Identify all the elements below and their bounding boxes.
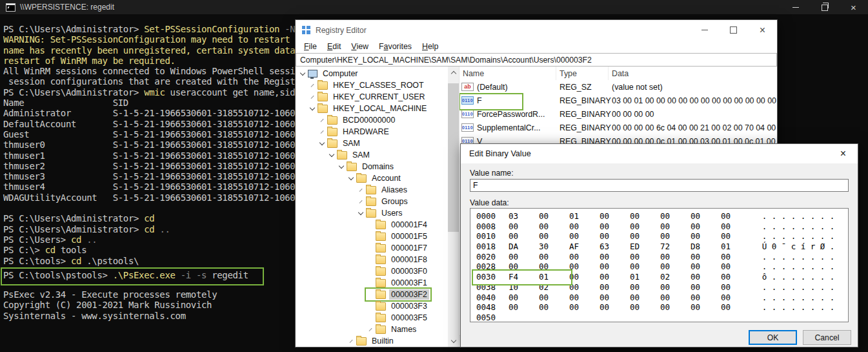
cancel-button[interactable]: Cancel	[803, 330, 851, 345]
hex-byte[interactable]: 00	[660, 262, 691, 272]
chevron-down-icon[interactable]	[337, 165, 345, 168]
column-header-type[interactable]: Type	[556, 67, 609, 80]
tree-item-Names[interactable]: Names	[296, 324, 448, 335]
chevron-right-icon[interactable]	[308, 97, 316, 98]
hex-byte[interactable]: 00	[539, 211, 569, 222]
tree-item-000003F2[interactable]: 000003F2	[296, 289, 448, 300]
hex-byte[interactable]: 00	[721, 293, 751, 303]
hex-byte[interactable]: 00	[600, 282, 630, 293]
hex-byte[interactable]: 00	[691, 222, 721, 232]
hex-byte[interactable]: 00	[691, 262, 721, 272]
hex-byte[interactable]: 00	[569, 252, 600, 262]
ok-button[interactable]: OK	[749, 330, 797, 345]
chevron-down-icon[interactable]	[318, 142, 326, 145]
hex-byte[interactable]: 00	[691, 302, 721, 313]
hex-byte[interactable]: 00	[721, 222, 751, 232]
hex-byte[interactable]: 00	[539, 222, 569, 232]
hex-byte[interactable]: 63	[600, 242, 630, 252]
hex-byte[interactable]: 00	[569, 231, 600, 242]
tree-item-Builtin[interactable]: Builtin	[296, 335, 448, 347]
console-close-button[interactable]: ×	[839, 0, 868, 14]
hex-byte[interactable]: 00	[509, 293, 539, 303]
hex-byte[interactable]: 00	[660, 252, 691, 262]
tree-scrollbar[interactable]	[448, 67, 459, 347]
registry-value-row-forcepasswordr[interactable]: ForcePasswordR...REG_BINARY00 00 00 00	[459, 107, 777, 121]
hex-byte[interactable]: DA	[509, 242, 539, 252]
hex-byte[interactable]: 00	[660, 282, 691, 293]
hex-byte[interactable]: D8	[691, 242, 721, 252]
hex-byte[interactable]: 00	[721, 272, 751, 282]
tree-item-000001F8[interactable]: 000001F8	[296, 254, 448, 265]
hex-byte[interactable]: 00	[569, 272, 600, 282]
chevron-down-icon[interactable]	[356, 212, 365, 214]
hex-byte[interactable]: 00	[630, 211, 660, 222]
tree-item-Users[interactable]: Users	[296, 207, 448, 219]
hex-byte[interactable]: 00	[600, 231, 630, 242]
tree-item-000003F1[interactable]: 000003F1	[296, 277, 448, 289]
hex-byte[interactable]: 00	[600, 272, 630, 282]
console-restore-button[interactable]	[810, 0, 839, 14]
scroll-down-icon[interactable]	[448, 336, 459, 347]
tree-item-BCD00000000[interactable]: BCD00000000	[296, 114, 448, 126]
hex-byte[interactable]: 00	[721, 302, 751, 313]
tree-item-000001F7[interactable]: 000001F7	[296, 242, 448, 254]
hex-byte[interactable]: 72	[660, 242, 691, 252]
menu-favorites[interactable]: Favorites	[374, 41, 417, 52]
console-titlebar[interactable]: \\WPERSISTENCE: regedit ×	[0, 0, 868, 14]
hex-byte[interactable]: 00	[569, 262, 600, 272]
hex-byte[interactable]: 00	[691, 211, 721, 222]
hex-byte[interactable]: 00	[660, 211, 691, 222]
hex-byte[interactable]: 00	[509, 252, 539, 262]
hex-byte[interactable]: 00	[630, 282, 660, 293]
tree-item-Aliases[interactable]: Aliases	[296, 184, 448, 196]
regedit-maximize-button[interactable]	[719, 20, 748, 40]
hex-byte[interactable]: 00	[660, 302, 691, 313]
tree-item-HKEY_CURRENT_USER[interactable]: HKEY_CURRENT_USER	[296, 91, 448, 103]
console-minimize-button[interactable]	[781, 0, 810, 14]
hex-byte[interactable]: 00	[509, 302, 539, 313]
hex-byte[interactable]: 00	[630, 262, 660, 272]
hex-byte[interactable]: 00	[691, 293, 721, 303]
dialog-close-button[interactable]: ×	[829, 144, 858, 163]
tree-item-HKEY_CLASSES_ROOT[interactable]: HKEY_CLASSES_ROOT	[296, 79, 448, 91]
hex-byte[interactable]: 00	[600, 222, 630, 232]
hex-byte[interactable]: 00	[660, 222, 691, 232]
column-header-name[interactable]: Name	[459, 67, 556, 80]
tree-item-SAM[interactable]: SAM	[296, 149, 448, 161]
hex-byte[interactable]: 00	[721, 262, 751, 272]
value-data-hex-editor[interactable]: 00000300010000000000........000800000000…	[470, 208, 849, 322]
tree-item-Computer[interactable]: Computer	[296, 68, 448, 79]
hex-byte[interactable]: 00	[721, 252, 751, 262]
value-name-input[interactable]: F	[470, 179, 849, 192]
tree-item-HKEY_LOCAL_MACHINE[interactable]: HKEY_LOCAL_MACHINE	[296, 103, 448, 114]
hex-byte[interactable]: 00	[569, 302, 600, 313]
chevron-right-icon[interactable]	[347, 341, 355, 342]
hex-byte[interactable]: 00	[721, 282, 751, 293]
tree-item-Groups[interactable]: Groups	[296, 196, 448, 207]
hex-byte[interactable]: 00	[539, 302, 569, 313]
regedit-close-button[interactable]: ×	[748, 20, 777, 40]
hex-byte[interactable]: 00	[630, 222, 660, 232]
hex-byte[interactable]: 00	[691, 231, 721, 242]
chevron-down-icon[interactable]	[327, 154, 336, 156]
regedit-minimize-button[interactable]	[690, 20, 719, 40]
menu-edit[interactable]: Edit	[322, 41, 346, 52]
hex-byte[interactable]: 00	[660, 231, 691, 242]
hex-byte[interactable]: 00	[569, 282, 600, 293]
tree-item-HARDWARE[interactable]: HARDWARE	[296, 126, 448, 138]
hex-byte[interactable]: 00	[691, 282, 721, 293]
tree-item-000003F5[interactable]: 000003F5	[296, 312, 448, 324]
hex-byte[interactable]: 00	[539, 252, 569, 262]
scrollbar-thumb[interactable]	[448, 83, 459, 232]
hex-byte[interactable]: 03	[509, 211, 539, 222]
chevron-right-icon[interactable]	[366, 329, 374, 330]
tree-item-000001F4[interactable]: 000001F4	[296, 219, 448, 231]
hex-byte[interactable]: 00	[539, 293, 569, 303]
regedit-titlebar[interactable]: Registry Editor ×	[296, 20, 777, 40]
hex-byte[interactable]: 00	[600, 211, 630, 222]
hex-byte[interactable]: 00	[691, 272, 721, 282]
hex-byte[interactable]: 01	[721, 242, 751, 252]
menu-help[interactable]: Help	[417, 41, 444, 52]
hex-byte[interactable]: 00	[509, 222, 539, 232]
hex-byte[interactable]: 00	[569, 293, 600, 303]
